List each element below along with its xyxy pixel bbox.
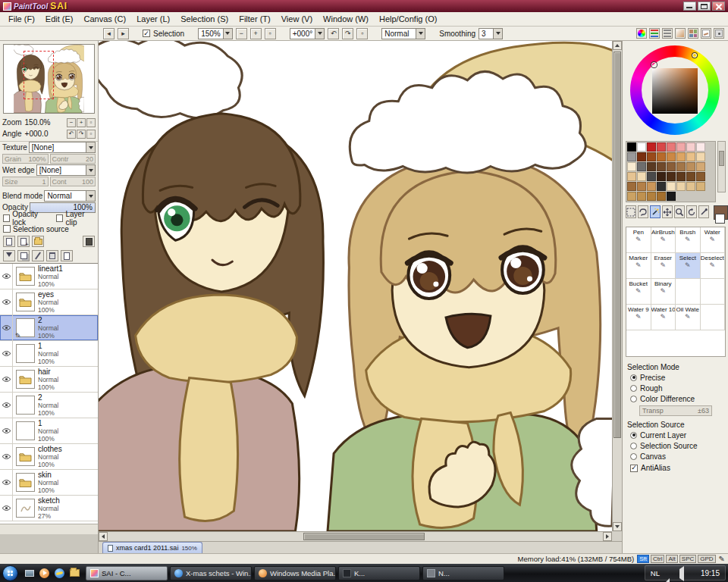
- layer-visibility-toggle[interactable]: [0, 496, 13, 521]
- document-tab[interactable]: xmas card1 2011.sai 150%: [102, 542, 202, 553]
- navigator-rotate-ccw-button[interactable]: [67, 130, 76, 139]
- color-mixer-icon[interactable]: [675, 28, 686, 39]
- layer-visibility-toggle[interactable]: [0, 264, 13, 289]
- color-swatch[interactable]: [657, 152, 666, 161]
- smoothing-dropdown[interactable]: 3: [479, 28, 503, 39]
- explorer-launch-icon[interactable]: [68, 567, 81, 580]
- chevron-down-icon[interactable]: [223, 29, 232, 39]
- magic-wand-tool[interactable]: [650, 205, 661, 218]
- size-slider[interactable]: Size1: [2, 177, 49, 186]
- color-swatch[interactable]: [696, 182, 705, 191]
- radio-canvas[interactable]: Canvas: [623, 451, 728, 462]
- tool-bucket[interactable]: Bucket✎: [626, 279, 651, 305]
- color-swatch[interactable]: [676, 142, 686, 152]
- blend-mode-dropdown[interactable]: Normal: [44, 190, 96, 202]
- color-swatch[interactable]: [637, 182, 646, 191]
- cont-slider[interactable]: Cont100: [50, 177, 96, 186]
- eyedropper-tool[interactable]: [698, 205, 709, 218]
- redo-button[interactable]: [118, 28, 129, 39]
- layer-visibility-toggle[interactable]: [0, 367, 13, 392]
- radio-current-layer[interactable]: Current Layer: [623, 430, 728, 440]
- transp-slider[interactable]: Transp ±63: [639, 405, 712, 416]
- scratchpad-icon[interactable]: [701, 28, 711, 39]
- layer-visibility-toggle[interactable]: [0, 315, 13, 340]
- menu-item-view[interactable]: View (V): [276, 13, 318, 25]
- tool-airbrush[interactable]: AirBrush✎: [651, 227, 676, 253]
- lasso-tool[interactable]: [638, 205, 648, 218]
- maximize-button[interactable]: [698, 2, 711, 11]
- color-swatch[interactable]: [676, 162, 686, 171]
- layer-row[interactable]: skinNormal100%: [0, 470, 98, 496]
- radio-precise[interactable]: Precise: [623, 372, 728, 383]
- menu-item-window[interactable]: Window (W): [318, 13, 374, 25]
- move-tool[interactable]: [662, 205, 673, 218]
- chevron-down-icon[interactable]: [315, 29, 324, 39]
- texture-dropdown[interactable]: [None]: [29, 142, 96, 153]
- color-swatch[interactable]: [637, 142, 646, 152]
- tool-eraser[interactable]: Eraser✎: [651, 253, 676, 279]
- zoom-in-button[interactable]: [250, 28, 262, 39]
- color-swatch[interactable]: [667, 162, 676, 171]
- color-swatch[interactable]: [696, 172, 705, 181]
- color-swatch[interactable]: [657, 192, 666, 201]
- navigator-angle-reset-button[interactable]: [86, 130, 96, 139]
- opacity-lock-checkbox[interactable]: [3, 214, 10, 222]
- color-swatch[interactable]: [667, 182, 676, 191]
- radio-color-difference[interactable]: Color Difference: [623, 393, 728, 404]
- canvas-artwork[interactable]: [99, 41, 612, 531]
- zoom-tool[interactable]: [674, 205, 685, 218]
- color-swatch[interactable]: [647, 172, 656, 181]
- color-swatch[interactable]: [627, 152, 636, 161]
- color-swatch[interactable]: [647, 162, 656, 171]
- color-swatch[interactable]: [686, 182, 695, 191]
- layer-row[interactable]: 1Normal100%: [0, 418, 98, 444]
- network-icon[interactable]: [664, 569, 672, 577]
- swatches-icon[interactable]: [688, 28, 698, 39]
- scroll-down-icon[interactable]: [613, 522, 622, 531]
- tool-deselect[interactable]: Deselect✎: [701, 253, 726, 279]
- layer-row[interactable]: sketchNormal27%: [0, 496, 98, 521]
- color-swatch[interactable]: [637, 192, 646, 201]
- color-swatch[interactable]: [647, 192, 656, 201]
- rotate-ccw-button[interactable]: [328, 28, 339, 39]
- transfer-down-button[interactable]: [3, 250, 15, 261]
- color-swatch[interactable]: [647, 182, 656, 191]
- new-folder-button[interactable]: [32, 236, 44, 247]
- tool-water[interactable]: Water✎: [701, 227, 726, 253]
- color-swatch[interactable]: [686, 162, 695, 171]
- chevron-down-icon[interactable]: [493, 29, 502, 39]
- internet-explorer-launch-icon[interactable]: [53, 567, 66, 580]
- color-swatch[interactable]: [647, 152, 656, 161]
- layer-visibility-toggle[interactable]: [0, 470, 13, 495]
- color-swatch[interactable]: [667, 172, 676, 181]
- color-swatch[interactable]: [637, 152, 646, 161]
- menu-item-help-config[interactable]: Help/Config (O): [374, 13, 442, 25]
- layer-row[interactable]: 1Normal100%: [0, 341, 98, 367]
- swatch-scroll-thumb[interactable]: [719, 151, 724, 166]
- rect-select-tool[interactable]: [626, 205, 636, 218]
- color-swatch[interactable]: [686, 152, 695, 161]
- color-swatch[interactable]: [657, 182, 666, 191]
- selection-visible-checkbox[interactable]: [143, 30, 150, 37]
- color-swatch[interactable]: [627, 192, 636, 201]
- taskbar-task[interactable]: Windows Media Pla...: [254, 566, 336, 580]
- rgb-slider-icon[interactable]: [649, 28, 660, 39]
- color-swatch[interactable]: [696, 162, 705, 171]
- layer-row[interactable]: lineart1Normal100%: [0, 264, 98, 289]
- rotate-view-tool[interactable]: [686, 205, 697, 218]
- menu-item-canvas[interactable]: Canvas (C): [79, 13, 132, 25]
- menu-item-edit[interactable]: Edit (E): [40, 13, 79, 25]
- tool-binary[interactable]: Binary✎: [651, 279, 676, 305]
- tool-brush[interactable]: Brush✎: [676, 227, 701, 253]
- tool-water-9[interactable]: Water 9✎: [626, 305, 651, 330]
- color-swatch[interactable]: [627, 172, 636, 181]
- scroll-right-icon[interactable]: [603, 532, 612, 541]
- delete-layer-button[interactable]: [46, 250, 58, 261]
- new-layer-set-button[interactable]: [17, 236, 30, 247]
- color-swatch[interactable]: [667, 192, 676, 201]
- color-swatch[interactable]: [686, 142, 695, 152]
- layer-row[interactable]: clothesNormal100%: [0, 444, 98, 470]
- sv-marker[interactable]: [651, 62, 657, 67]
- merge-down-button[interactable]: [17, 250, 30, 261]
- contr-slider[interactable]: Contr20: [50, 154, 96, 164]
